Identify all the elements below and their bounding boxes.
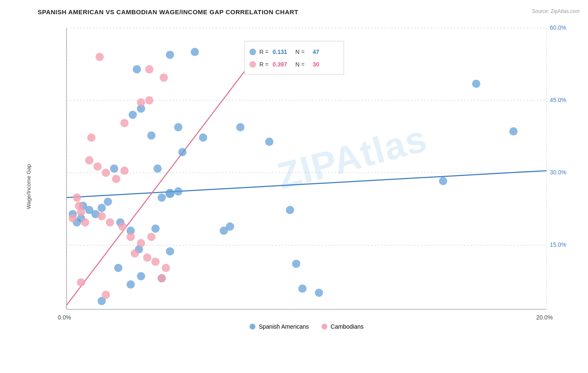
- svg-point-66: [87, 133, 96, 142]
- svg-point-27: [178, 148, 187, 156]
- svg-point-67: [85, 156, 94, 165]
- svg-point-22: [147, 131, 156, 140]
- svg-point-74: [77, 208, 85, 216]
- svg-point-77: [97, 212, 106, 220]
- svg-point-30: [158, 194, 166, 202]
- svg-point-52: [315, 289, 323, 297]
- svg-point-25: [236, 123, 245, 131]
- svg-point-81: [137, 239, 145, 247]
- svg-point-78: [106, 218, 114, 227]
- svg-point-55: [509, 127, 518, 135]
- svg-text:30: 30: [313, 61, 320, 68]
- svg-point-28: [153, 164, 162, 173]
- svg-point-32: [104, 197, 112, 206]
- svg-point-19: [191, 48, 199, 56]
- svg-point-86: [162, 264, 170, 272]
- svg-point-46: [137, 272, 145, 281]
- bottom-legend: Spanish Americans Cambodians: [250, 323, 363, 330]
- chart-title: SPANISH AMERICAN VS CAMBODIAN WAGE/INCOM…: [38, 8, 580, 15]
- svg-point-29: [166, 189, 175, 198]
- svg-point-56: [439, 177, 447, 185]
- svg-point-45: [114, 264, 123, 272]
- svg-point-65: [145, 96, 153, 105]
- svg-point-64: [137, 98, 145, 107]
- spanish-legend-label: Spanish Americans: [259, 323, 309, 330]
- svg-text:R =: R =: [259, 61, 268, 68]
- svg-point-70: [112, 175, 120, 183]
- svg-text:R =: R =: [259, 49, 268, 55]
- svg-point-42: [151, 225, 160, 233]
- svg-line-16: [66, 72, 244, 305]
- svg-point-54: [472, 79, 481, 88]
- svg-point-80: [127, 233, 135, 241]
- chart-container: SPANISH AMERICAN VS CAMBODIAN WAGE/INCOM…: [0, 0, 588, 373]
- svg-point-60: [95, 53, 104, 61]
- svg-point-72: [73, 194, 81, 202]
- svg-text:30.0%: 30.0%: [550, 169, 566, 176]
- svg-point-76: [81, 218, 89, 227]
- svg-point-82: [147, 233, 156, 241]
- legend-item-spanish: Spanish Americans: [250, 323, 309, 330]
- cambodian-legend-label: Cambodians: [331, 323, 364, 330]
- svg-point-69: [102, 169, 110, 177]
- spanish-legend-icon: [250, 324, 256, 330]
- svg-point-61: [145, 65, 153, 74]
- svg-point-48: [127, 280, 135, 289]
- svg-point-84: [143, 253, 151, 262]
- svg-point-88: [158, 274, 166, 283]
- svg-point-79: [118, 222, 127, 231]
- chart-area: .axis-line { stroke: #ccc; stroke-width:…: [33, 20, 580, 334]
- svg-text:N =: N =: [295, 61, 304, 68]
- svg-text:N =: N =: [295, 49, 304, 55]
- cambodian-legend-icon: [322, 324, 327, 330]
- scatter-plot: .axis-line { stroke: #ccc; stroke-width:…: [33, 20, 580, 334]
- svg-text:15.0%: 15.0%: [550, 241, 566, 248]
- svg-point-17: [166, 51, 174, 59]
- svg-point-53: [298, 284, 307, 293]
- svg-text:60.0%: 60.0%: [550, 24, 566, 31]
- svg-point-58: [226, 222, 234, 231]
- svg-text:0.0%: 0.0%: [58, 314, 71, 321]
- svg-point-63: [120, 119, 129, 127]
- svg-point-89: [77, 278, 85, 286]
- svg-text:0.397: 0.397: [273, 61, 287, 68]
- svg-point-44: [166, 247, 174, 255]
- svg-point-50: [286, 206, 294, 214]
- legend-item-cambodian: Cambodians: [322, 323, 364, 330]
- svg-point-87: [102, 291, 110, 299]
- svg-point-62: [160, 74, 168, 82]
- svg-point-71: [120, 166, 129, 175]
- svg-point-96: [249, 61, 256, 68]
- svg-text:0.131: 0.131: [273, 49, 287, 55]
- svg-text:20.0%: 20.0%: [536, 314, 552, 321]
- svg-point-26: [265, 138, 274, 146]
- svg-point-59: [110, 164, 118, 173]
- svg-point-24: [199, 133, 207, 142]
- svg-point-85: [151, 258, 160, 266]
- source-label: Source: ZipAtlas.com: [532, 8, 580, 14]
- y-axis-label: Wage/Income Gap: [26, 164, 32, 209]
- svg-text:45.0%: 45.0%: [550, 97, 566, 103]
- svg-point-68: [93, 162, 102, 171]
- svg-point-20: [129, 111, 137, 119]
- svg-point-23: [174, 123, 182, 131]
- svg-point-51: [292, 260, 300, 268]
- svg-text:47: 47: [313, 49, 320, 55]
- svg-point-18: [133, 65, 141, 74]
- svg-point-91: [249, 49, 256, 55]
- svg-point-83: [130, 249, 139, 258]
- svg-rect-90: [245, 41, 344, 74]
- svg-point-33: [97, 204, 106, 212]
- svg-point-75: [69, 214, 77, 222]
- svg-point-31: [174, 187, 182, 196]
